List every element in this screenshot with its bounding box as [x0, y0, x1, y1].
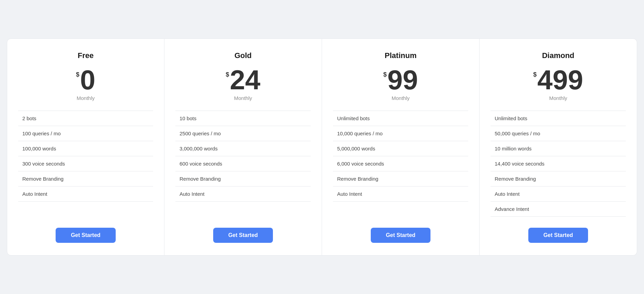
list-item: Auto Intent — [18, 186, 153, 202]
feature-label: 2 bots — [22, 115, 36, 121]
plan-card-platinum: Platinum$99Monthly Unlimited bots 10,000… — [322, 38, 480, 256]
feature-label: Remove Branding — [180, 176, 221, 182]
feature-label: 5,000,000 words — [337, 146, 375, 151]
list-item: 6,000 voice seconds — [333, 156, 468, 171]
price-block-diamond: $499 — [533, 66, 583, 94]
price-amount-diamond: 499 — [537, 66, 583, 94]
feature-label: 10 million words — [495, 146, 532, 151]
plan-card-free: Free$0Monthly 2 bots 100 queries / mo 10… — [7, 38, 164, 256]
price-block-platinum: $99 — [383, 66, 418, 94]
list-item: 2500 queries / mo — [175, 126, 311, 141]
feature-label: 10 bots — [180, 115, 196, 121]
list-item: 14,400 voice seconds — [491, 156, 626, 171]
price-dollar-diamond: $ — [533, 71, 537, 78]
features-list-diamond: Unlimited bots 50,000 queries / mo 10 mi… — [491, 111, 626, 217]
pricing-grid: Free$0Monthly 2 bots 100 queries / mo 10… — [7, 38, 637, 256]
list-item: Unlimited bots — [491, 111, 626, 126]
plan-card-gold: Gold$24Monthly 10 bots 2500 queries / mo… — [164, 38, 322, 256]
features-list-free: 2 bots 100 queries / mo 100,000 words 30… — [18, 111, 153, 217]
price-block-free: $0 — [76, 66, 95, 94]
feature-label: Remove Branding — [337, 176, 378, 182]
list-item: Remove Branding — [333, 171, 468, 186]
price-block-gold: $24 — [226, 66, 261, 94]
price-dollar-gold: $ — [226, 71, 229, 78]
feature-label: 6,000 voice seconds — [337, 161, 384, 167]
feature-label: Auto Intent — [495, 191, 520, 197]
list-item: Auto Intent — [491, 186, 626, 202]
list-item: 10,000 queries / mo — [333, 126, 468, 141]
feature-label: 2500 queries / mo — [180, 131, 221, 136]
list-item: Unlimited bots — [333, 111, 468, 126]
plan-name-gold: Gold — [234, 51, 252, 60]
get-started-button-diamond[interactable]: Get Started — [528, 228, 588, 243]
feature-label: Remove Branding — [495, 176, 536, 182]
get-started-button-gold[interactable]: Get Started — [213, 228, 273, 243]
list-item: 100 queries / mo — [18, 126, 153, 141]
feature-label: 50,000 queries / mo — [495, 131, 540, 136]
plan-name-platinum: Platinum — [385, 51, 417, 60]
plan-name-diamond: Diamond — [542, 51, 574, 60]
plan-name-free: Free — [78, 51, 93, 60]
list-item: 2 bots — [18, 111, 153, 126]
price-amount-free: 0 — [80, 66, 95, 94]
feature-label: 3,000,000 words — [180, 146, 218, 151]
features-list-gold: 10 bots 2500 queries / mo 3,000,000 word… — [175, 111, 311, 217]
price-amount-platinum: 99 — [388, 66, 418, 94]
list-item: 10 million words — [491, 141, 626, 156]
feature-label: Unlimited bots — [495, 115, 527, 121]
feature-label: Auto Intent — [22, 191, 47, 197]
feature-label: Remove Branding — [22, 176, 64, 182]
list-item: Auto Intent — [333, 186, 468, 202]
list-item: 5,000,000 words — [333, 141, 468, 156]
feature-label: Advance Intent — [495, 206, 529, 212]
price-period-platinum: Monthly — [392, 95, 410, 101]
list-item: Remove Branding — [18, 171, 153, 186]
feature-label: 600 voice seconds — [180, 161, 222, 167]
list-item: 300 voice seconds — [18, 156, 153, 171]
get-started-button-free[interactable]: Get Started — [56, 228, 115, 243]
feature-label: 100,000 words — [22, 146, 56, 151]
get-started-button-platinum[interactable]: Get Started — [371, 228, 430, 243]
list-item: Advance Intent — [491, 202, 626, 217]
price-period-gold: Monthly — [234, 95, 252, 101]
list-item: Remove Branding — [175, 171, 311, 186]
list-item: Remove Branding — [491, 171, 626, 186]
price-dollar-free: $ — [76, 71, 79, 78]
feature-label: 300 voice seconds — [22, 161, 65, 167]
feature-label: 10,000 queries / mo — [337, 131, 383, 136]
list-item: Auto Intent — [175, 186, 311, 202]
price-period-free: Monthly — [77, 95, 95, 101]
price-period-diamond: Monthly — [549, 95, 567, 101]
price-amount-gold: 24 — [230, 66, 261, 94]
feature-label: Auto Intent — [180, 191, 205, 197]
feature-label: 14,400 voice seconds — [495, 161, 544, 167]
list-item: 10 bots — [175, 111, 311, 126]
price-dollar-platinum: $ — [383, 71, 387, 78]
plan-card-diamond: Diamond$499Monthly Unlimited bots 50,000… — [480, 38, 637, 256]
list-item: 3,000,000 words — [175, 141, 311, 156]
feature-label: Unlimited bots — [337, 115, 370, 121]
list-item: 100,000 words — [18, 141, 153, 156]
feature-label: 100 queries / mo — [22, 131, 61, 136]
list-item: 600 voice seconds — [175, 156, 311, 171]
list-item: 50,000 queries / mo — [491, 126, 626, 141]
feature-label: Auto Intent — [337, 191, 362, 197]
features-list-platinum: Unlimited bots 10,000 queries / mo 5,000… — [333, 111, 468, 217]
